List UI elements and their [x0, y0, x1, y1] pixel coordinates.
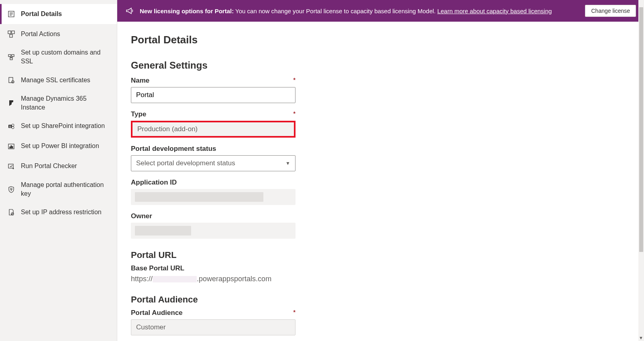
licensing-banner: New licensing options for Portal: You ca… — [117, 0, 644, 22]
sidebar-item-label: Run Portal Checker — [21, 162, 77, 170]
base-url-label: Base Portal URL — [131, 264, 296, 272]
general-settings-heading: General Settings — [131, 60, 630, 71]
svg-rect-19 — [10, 147, 10, 148]
sidebar-item-label: Set up Power BI integration — [21, 142, 99, 150]
url-suffix: .powerappsportals.com — [197, 275, 271, 283]
sidebar-item-domains-ssl[interactable]: Set up custom domains and SSL — [0, 44, 117, 70]
certificate-icon — [7, 76, 15, 84]
sidebar-item-label: Manage Dynamics 365 Instance — [21, 94, 110, 112]
scroll-arrow-down-icon[interactable]: ▼ — [639, 335, 643, 340]
svg-rect-12 — [9, 77, 13, 83]
sidebar-item-label: Manage SSL certificates — [21, 76, 90, 85]
sidebar-item-auth-key[interactable]: Manage portal authentication key — [0, 177, 117, 203]
audience-field: Portal Audience — [131, 309, 296, 335]
url-redacted — [153, 276, 197, 282]
type-field-wrap: Type Production (add-on) — [131, 110, 296, 138]
sidebar-item-manage-ssl[interactable]: Manage SSL certificates — [0, 70, 117, 90]
svg-point-24 — [10, 188, 12, 190]
status-label: Portal development status — [131, 145, 296, 153]
svg-point-17 — [12, 126, 14, 129]
checker-icon — [7, 162, 15, 170]
vertical-scrollbar[interactable]: ▼ — [638, 0, 644, 341]
appid-value-redacted — [131, 189, 296, 205]
sidebar-item-label: Set up IP address restriction — [21, 208, 102, 217]
appid-field: Application ID — [131, 179, 296, 205]
name-label: Name — [131, 77, 296, 85]
type-readonly-input: Production (add-on) — [131, 121, 296, 138]
base-url-field: Base Portal URL https://.powerappsportal… — [131, 264, 296, 283]
owner-field: Owner — [131, 212, 296, 239]
sidebar-item-label: Set up custom domains and SSL — [21, 48, 110, 66]
audience-label: Portal Audience — [131, 309, 296, 317]
sidebar-item-label: Manage portal authentication key — [21, 181, 110, 199]
sidebar-item-dynamics[interactable]: Manage Dynamics 365 Instance — [0, 90, 117, 116]
sidebar-item-portal-checker[interactable]: Run Portal Checker — [0, 156, 117, 177]
ip-restriction-icon — [7, 208, 15, 216]
owner-label: Owner — [131, 212, 296, 220]
status-field: Portal development status Select portal … — [131, 145, 296, 171]
sidebar-item-portal-actions[interactable]: Portal Actions — [0, 24, 117, 44]
svg-text:S: S — [9, 125, 11, 128]
sidebar-item-sharepoint[interactable]: S Set up SharePoint integration — [0, 116, 117, 136]
scrollbar-thumb[interactable] — [639, 7, 643, 252]
sidebar-item-ip-restriction[interactable]: Set up IP address restriction — [0, 202, 117, 222]
banner-text: New licensing options for Portal: You ca… — [140, 8, 579, 14]
chevron-down-icon: ▼ — [285, 160, 290, 166]
svg-rect-4 — [8, 31, 11, 34]
svg-rect-7 — [8, 55, 11, 57]
svg-rect-9 — [10, 58, 12, 60]
type-label: Type — [131, 110, 296, 118]
svg-rect-21 — [12, 146, 13, 148]
svg-rect-22 — [8, 164, 13, 168]
owner-value-redacted — [131, 223, 296, 239]
status-placeholder: Select portal development status — [136, 159, 235, 167]
svg-rect-6 — [10, 35, 12, 37]
dynamics-icon — [7, 99, 15, 107]
sharepoint-icon: S — [7, 122, 15, 130]
sidebar-item-label: Portal Details — [21, 10, 62, 18]
shield-icon — [7, 185, 15, 193]
name-input[interactable] — [131, 87, 296, 103]
svg-point-23 — [13, 168, 14, 169]
status-select[interactable]: Select portal development status ▼ — [131, 155, 296, 171]
domains-icon — [7, 53, 15, 61]
actions-icon — [7, 30, 15, 38]
page-title: Portal Details — [131, 34, 630, 46]
svg-rect-20 — [11, 146, 12, 148]
sidebar-item-label: Portal Actions — [21, 30, 60, 39]
change-license-button[interactable]: Change license — [585, 5, 636, 17]
sidebar-item-portal-details[interactable]: Portal Details — [0, 4, 117, 24]
banner-body: You can now change your Portal license t… — [234, 8, 437, 14]
powerbi-icon — [7, 142, 15, 150]
audience-input — [131, 319, 296, 335]
banner-link[interactable]: Learn more about capacity based licensin… — [437, 8, 552, 14]
portal-url-heading: Portal URL — [131, 250, 630, 260]
url-prefix: https:// — [131, 275, 153, 283]
details-icon — [7, 10, 15, 18]
content-scroll: Portal Details General Settings Name Typ… — [117, 22, 644, 341]
portal-audience-heading: Portal Audience — [131, 294, 630, 305]
sidebar: Portal Details Portal Actions Set up cus… — [0, 0, 117, 341]
sidebar-item-label: Set up SharePoint integration — [21, 122, 105, 130]
megaphone-icon — [125, 6, 134, 15]
svg-point-16 — [12, 124, 14, 126]
base-url-value: https://.powerappsportals.com — [131, 275, 296, 283]
main-content: New licensing options for Portal: You ca… — [117, 0, 644, 341]
svg-rect-5 — [12, 31, 14, 34]
svg-rect-8 — [12, 55, 14, 57]
appid-label: Application ID — [131, 179, 296, 187]
sidebar-item-powerbi[interactable]: Set up Power BI integration — [0, 136, 117, 156]
banner-bold: New licensing options for Portal: — [140, 8, 234, 14]
name-field: Name — [131, 77, 296, 103]
